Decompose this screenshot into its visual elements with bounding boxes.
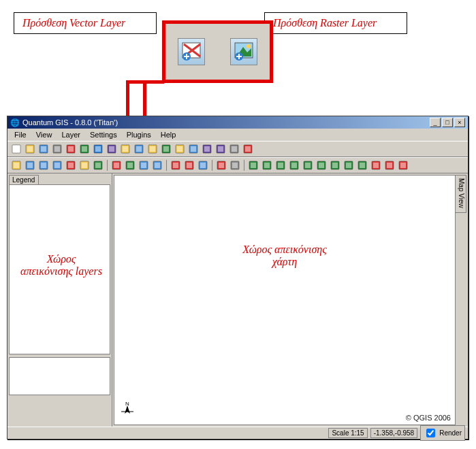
svg-rect-43 [14, 163, 19, 168]
plugin4-button[interactable] [288, 159, 300, 171]
legend-panel: Legend Χώρος απεικόνισης layers [7, 173, 112, 427]
new-button[interactable] [10, 143, 22, 155]
close-button[interactable]: × [454, 118, 465, 127]
svg-rect-23 [123, 146, 128, 152]
add-raster-button[interactable] [78, 143, 91, 155]
plugin2-button[interactable] [261, 159, 273, 171]
menu-help[interactable]: Help [157, 130, 180, 139]
plugin12-button[interactable] [397, 159, 409, 171]
toolbar-separator [107, 160, 108, 171]
toggle-button[interactable] [187, 143, 200, 155]
move-up-button[interactable] [160, 143, 172, 155]
svg-rect-87 [332, 163, 338, 168]
svg-rect-95 [387, 163, 392, 168]
print-button[interactable] [229, 159, 241, 171]
svg-rect-41 [245, 146, 251, 152]
add-wms-button[interactable] [92, 143, 104, 155]
status-render-toggle[interactable]: Render [420, 425, 465, 441]
map-canvas[interactable]: Χώρος απεικόνισης χάρτη N © QGIS 2006 [114, 175, 456, 425]
toolbar-navigation [7, 157, 468, 173]
svg-rect-53 [82, 163, 87, 168]
properties-button[interactable] [201, 143, 213, 155]
callout-vector-layer: Πρόσθεση Vector Layer [14, 12, 157, 34]
new-layer-button[interactable] [119, 143, 131, 155]
add-raster-layer-icon[interactable] [230, 38, 257, 65]
plugin5-button[interactable] [302, 159, 314, 171]
svg-point-4 [247, 44, 251, 48]
legend-area[interactable]: Χώρος απεικόνισης layers [9, 184, 110, 354]
svg-rect-91 [360, 163, 365, 168]
titlebar: 🌐 Quantum GIS - 0.8.0 ('Titan') _ □ × [7, 116, 468, 129]
plugin7-button[interactable] [329, 159, 341, 171]
toolbar-separator [166, 160, 167, 171]
zoom-in-button[interactable] [24, 159, 36, 171]
menu-layer[interactable]: Layer [57, 130, 84, 139]
plugin10-button[interactable] [370, 159, 382, 171]
zoom-out-button[interactable] [37, 159, 50, 171]
overview-area[interactable] [9, 357, 110, 395]
minimize-button[interactable]: _ [430, 118, 441, 127]
svg-rect-61 [141, 163, 146, 168]
composer-button[interactable] [215, 159, 227, 171]
menu-view[interactable]: View [32, 130, 57, 139]
zoom-full-button[interactable] [51, 159, 63, 171]
svg-rect-49 [54, 163, 60, 168]
svg-rect-13 [54, 146, 60, 152]
add-vector-layer-icon[interactable] [178, 38, 205, 65]
svg-rect-21 [109, 146, 114, 152]
zoom-selection-button[interactable] [65, 159, 77, 171]
svg-rect-63 [155, 163, 160, 168]
svg-rect-19 [95, 146, 101, 152]
pan-button[interactable] [10, 159, 22, 171]
save-button[interactable] [37, 143, 50, 155]
add-vector-button[interactable] [65, 143, 77, 155]
refresh-button[interactable] [92, 159, 104, 171]
toolbar-separator [244, 160, 244, 171]
move-down-button[interactable] [174, 143, 186, 155]
toolbar-file-layers [7, 141, 468, 157]
menu-settings[interactable]: Settings [86, 130, 121, 139]
svg-rect-33 [191, 146, 196, 152]
annotation-layers-area: Χώρος απεικόνισης layers [20, 253, 102, 278]
map-panel: Χώρος απεικόνισης χάρτη N © QGIS 2006 Ma… [112, 173, 468, 427]
plugin9-button[interactable] [356, 159, 368, 171]
plugin1-button[interactable] [247, 159, 259, 171]
svg-rect-17 [82, 146, 87, 152]
svg-rect-7 [14, 146, 19, 152]
svg-rect-37 [218, 146, 223, 152]
svg-rect-11 [41, 146, 46, 152]
mapview-tab[interactable]: Map View [456, 175, 466, 213]
duplicate-button[interactable] [146, 143, 159, 155]
table-button[interactable] [228, 143, 240, 155]
menu-plugins[interactable]: Plugins [123, 130, 155, 139]
app-title: Quantum GIS - 0.8.0 ('Titan') [22, 118, 118, 127]
identify-button[interactable] [242, 143, 254, 155]
identify-button[interactable] [110, 159, 123, 171]
legend-tab[interactable]: Legend [9, 175, 39, 184]
new-bookmark-button[interactable] [197, 159, 209, 171]
map-tips-button[interactable] [170, 159, 182, 171]
svg-rect-29 [163, 146, 169, 152]
remove-layer-button[interactable] [133, 143, 145, 155]
plugin8-button[interactable] [343, 159, 355, 171]
measure-area-button[interactable] [151, 159, 163, 171]
plugin11-button[interactable] [383, 159, 396, 171]
svg-rect-15 [68, 146, 74, 152]
bookmark-button[interactable] [183, 159, 195, 171]
menu-file[interactable]: File [10, 130, 31, 139]
maximize-button[interactable]: □ [442, 118, 453, 127]
svg-rect-81 [291, 163, 297, 168]
measure-line-button[interactable] [138, 159, 150, 171]
plugin6-button[interactable] [315, 159, 328, 171]
svg-rect-67 [187, 163, 192, 168]
render-checkbox[interactable] [426, 429, 435, 437]
svg-rect-39 [232, 146, 237, 152]
add-postgis-button[interactable] [106, 143, 118, 155]
select-button[interactable] [124, 159, 136, 171]
plugin3-button[interactable] [274, 159, 287, 171]
zoom-last-button[interactable] [78, 159, 91, 171]
zoom-layer-button[interactable] [215, 143, 227, 155]
svg-rect-77 [264, 163, 270, 168]
open-button[interactable] [24, 143, 36, 155]
print-button[interactable] [51, 143, 63, 155]
